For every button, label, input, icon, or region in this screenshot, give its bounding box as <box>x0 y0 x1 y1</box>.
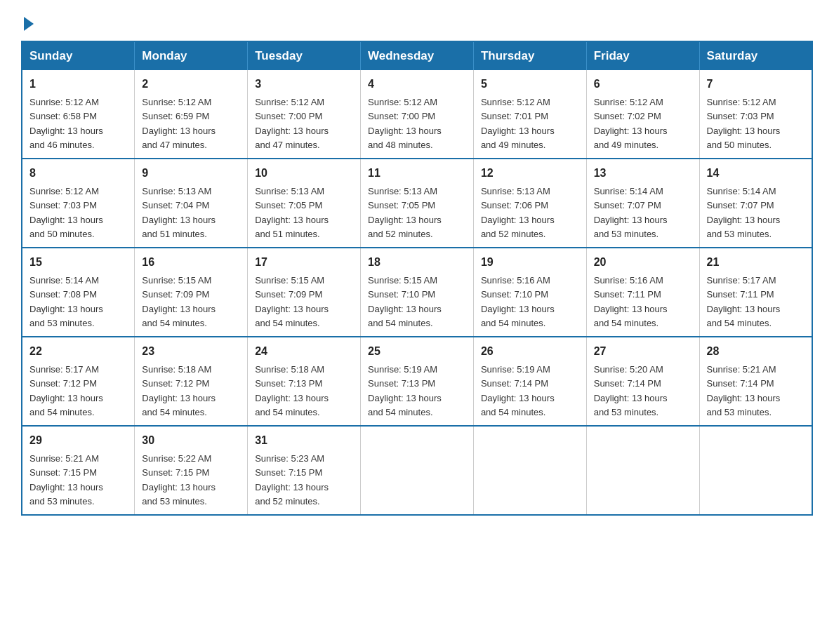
day-number: 17 <box>255 254 353 271</box>
calendar-cell: 6Sunrise: 5:12 AMSunset: 7:02 PMDaylight… <box>586 70 699 159</box>
day-info: Sunrise: 5:20 AMSunset: 7:14 PMDaylight:… <box>594 364 668 417</box>
day-number: 8 <box>29 165 127 182</box>
calendar-cell: 24Sunrise: 5:18 AMSunset: 7:13 PMDayligh… <box>248 337 361 426</box>
day-number: 2 <box>142 76 240 93</box>
calendar-cell: 1Sunrise: 5:12 AMSunset: 6:58 PMDaylight… <box>22 70 135 159</box>
calendar-cell: 17Sunrise: 5:15 AMSunset: 7:09 PMDayligh… <box>248 248 361 337</box>
day-number: 27 <box>594 343 692 360</box>
day-info: Sunrise: 5:15 AMSunset: 7:10 PMDaylight:… <box>368 275 442 328</box>
calendar-cell: 4Sunrise: 5:12 AMSunset: 7:00 PMDaylight… <box>361 70 474 159</box>
header-thursday: Thursday <box>473 41 586 70</box>
week-row-2: 8Sunrise: 5:12 AMSunset: 7:03 PMDaylight… <box>22 159 812 248</box>
day-info: Sunrise: 5:19 AMSunset: 7:14 PMDaylight:… <box>481 364 555 417</box>
day-number: 6 <box>594 76 692 93</box>
calendar-cell: 8Sunrise: 5:12 AMSunset: 7:03 PMDaylight… <box>22 159 135 248</box>
day-number: 13 <box>594 165 692 182</box>
calendar-cell: 27Sunrise: 5:20 AMSunset: 7:14 PMDayligh… <box>586 337 699 426</box>
day-number: 1 <box>29 76 127 93</box>
calendar-cell <box>473 426 586 515</box>
calendar-header-row: SundayMondayTuesdayWednesdayThursdayFrid… <box>22 41 812 70</box>
calendar-cell: 11Sunrise: 5:13 AMSunset: 7:05 PMDayligh… <box>361 159 474 248</box>
day-number: 12 <box>481 165 579 182</box>
day-info: Sunrise: 5:14 AMSunset: 7:07 PMDaylight:… <box>707 186 781 239</box>
calendar-cell: 16Sunrise: 5:15 AMSunset: 7:09 PMDayligh… <box>135 248 248 337</box>
week-row-1: 1Sunrise: 5:12 AMSunset: 6:58 PMDaylight… <box>22 70 812 159</box>
day-info: Sunrise: 5:21 AMSunset: 7:14 PMDaylight:… <box>707 364 781 417</box>
calendar-cell: 22Sunrise: 5:17 AMSunset: 7:12 PMDayligh… <box>22 337 135 426</box>
day-number: 30 <box>142 432 240 449</box>
header-sunday: Sunday <box>22 41 135 70</box>
calendar-cell: 31Sunrise: 5:23 AMSunset: 7:15 PMDayligh… <box>248 426 361 515</box>
calendar-cell: 29Sunrise: 5:21 AMSunset: 7:15 PMDayligh… <box>22 426 135 515</box>
day-info: Sunrise: 5:14 AMSunset: 7:08 PMDaylight:… <box>29 275 103 328</box>
day-number: 28 <box>707 343 805 360</box>
header-monday: Monday <box>135 41 248 70</box>
calendar-cell: 28Sunrise: 5:21 AMSunset: 7:14 PMDayligh… <box>699 337 812 426</box>
day-number: 29 <box>29 432 127 449</box>
week-row-5: 29Sunrise: 5:21 AMSunset: 7:15 PMDayligh… <box>22 426 812 515</box>
week-row-3: 15Sunrise: 5:14 AMSunset: 7:08 PMDayligh… <box>22 248 812 337</box>
calendar-cell: 30Sunrise: 5:22 AMSunset: 7:15 PMDayligh… <box>135 426 248 515</box>
day-number: 10 <box>255 165 353 182</box>
calendar-cell: 26Sunrise: 5:19 AMSunset: 7:14 PMDayligh… <box>473 337 586 426</box>
day-number: 20 <box>594 254 692 271</box>
day-number: 15 <box>29 254 127 271</box>
day-info: Sunrise: 5:15 AMSunset: 7:09 PMDaylight:… <box>142 275 216 328</box>
calendar-cell: 10Sunrise: 5:13 AMSunset: 7:05 PMDayligh… <box>248 159 361 248</box>
logo-arrow-icon <box>24 17 34 31</box>
day-info: Sunrise: 5:16 AMSunset: 7:11 PMDaylight:… <box>594 275 668 328</box>
calendar-cell <box>586 426 699 515</box>
day-info: Sunrise: 5:13 AMSunset: 7:06 PMDaylight:… <box>481 186 555 239</box>
day-info: Sunrise: 5:17 AMSunset: 7:11 PMDaylight:… <box>707 275 781 328</box>
day-info: Sunrise: 5:14 AMSunset: 7:07 PMDaylight:… <box>594 186 668 239</box>
day-number: 4 <box>368 76 466 93</box>
day-info: Sunrise: 5:16 AMSunset: 7:10 PMDaylight:… <box>481 275 555 328</box>
day-info: Sunrise: 5:13 AMSunset: 7:04 PMDaylight:… <box>142 186 216 239</box>
day-number: 16 <box>142 254 240 271</box>
day-info: Sunrise: 5:21 AMSunset: 7:15 PMDaylight:… <box>29 453 103 507</box>
day-info: Sunrise: 5:12 AMSunset: 7:02 PMDaylight:… <box>594 97 668 150</box>
day-number: 26 <box>481 343 579 360</box>
calendar-cell <box>699 426 812 515</box>
calendar-cell: 21Sunrise: 5:17 AMSunset: 7:11 PMDayligh… <box>699 248 812 337</box>
calendar-cell <box>361 426 474 515</box>
day-info: Sunrise: 5:12 AMSunset: 7:00 PMDaylight:… <box>255 97 329 150</box>
calendar-cell: 14Sunrise: 5:14 AMSunset: 7:07 PMDayligh… <box>699 159 812 248</box>
day-info: Sunrise: 5:12 AMSunset: 7:03 PMDaylight:… <box>29 186 103 239</box>
day-info: Sunrise: 5:13 AMSunset: 7:05 PMDaylight:… <box>368 186 442 239</box>
calendar-cell: 2Sunrise: 5:12 AMSunset: 6:59 PMDaylight… <box>135 70 248 159</box>
header-tuesday: Tuesday <box>248 41 361 70</box>
calendar-cell: 15Sunrise: 5:14 AMSunset: 7:08 PMDayligh… <box>22 248 135 337</box>
calendar-cell: 25Sunrise: 5:19 AMSunset: 7:13 PMDayligh… <box>361 337 474 426</box>
day-info: Sunrise: 5:12 AMSunset: 6:59 PMDaylight:… <box>142 97 216 150</box>
calendar-cell: 5Sunrise: 5:12 AMSunset: 7:01 PMDaylight… <box>473 70 586 159</box>
day-number: 18 <box>368 254 466 271</box>
calendar-cell: 23Sunrise: 5:18 AMSunset: 7:12 PMDayligh… <box>135 337 248 426</box>
day-number: 25 <box>368 343 466 360</box>
day-info: Sunrise: 5:17 AMSunset: 7:12 PMDaylight:… <box>29 364 103 417</box>
header-friday: Friday <box>586 41 699 70</box>
calendar-cell: 12Sunrise: 5:13 AMSunset: 7:06 PMDayligh… <box>473 159 586 248</box>
day-number: 7 <box>707 76 805 93</box>
day-info: Sunrise: 5:18 AMSunset: 7:13 PMDaylight:… <box>255 364 329 417</box>
calendar-cell: 18Sunrise: 5:15 AMSunset: 7:10 PMDayligh… <box>361 248 474 337</box>
day-number: 11 <box>368 165 466 182</box>
calendar-table: SundayMondayTuesdayWednesdayThursdayFrid… <box>21 41 813 516</box>
page-header <box>21 14 813 27</box>
day-number: 31 <box>255 432 353 449</box>
header-saturday: Saturday <box>699 41 812 70</box>
day-number: 22 <box>29 343 127 360</box>
calendar-cell: 7Sunrise: 5:12 AMSunset: 7:03 PMDaylight… <box>699 70 812 159</box>
day-info: Sunrise: 5:12 AMSunset: 7:01 PMDaylight:… <box>481 97 555 150</box>
calendar-cell: 13Sunrise: 5:14 AMSunset: 7:07 PMDayligh… <box>586 159 699 248</box>
day-info: Sunrise: 5:22 AMSunset: 7:15 PMDaylight:… <box>142 453 216 507</box>
day-info: Sunrise: 5:15 AMSunset: 7:09 PMDaylight:… <box>255 275 329 328</box>
day-info: Sunrise: 5:12 AMSunset: 7:03 PMDaylight:… <box>707 97 781 150</box>
calendar-cell: 19Sunrise: 5:16 AMSunset: 7:10 PMDayligh… <box>473 248 586 337</box>
day-number: 9 <box>142 165 240 182</box>
day-number: 5 <box>481 76 579 93</box>
day-info: Sunrise: 5:23 AMSunset: 7:15 PMDaylight:… <box>255 453 329 507</box>
day-info: Sunrise: 5:12 AMSunset: 7:00 PMDaylight:… <box>368 97 442 150</box>
day-info: Sunrise: 5:18 AMSunset: 7:12 PMDaylight:… <box>142 364 216 417</box>
day-number: 3 <box>255 76 353 93</box>
